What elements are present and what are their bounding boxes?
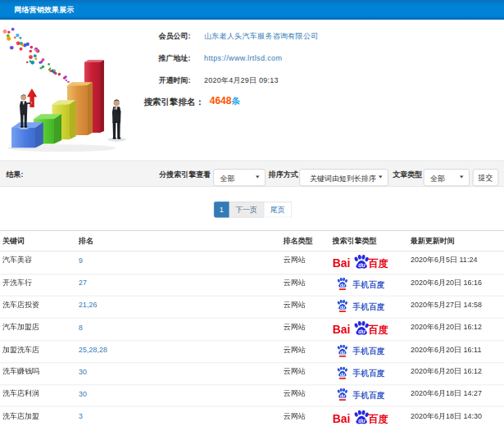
svg-text:手机百度: 手机百度 (352, 391, 385, 400)
svg-text:Bai: Bai (333, 256, 351, 270)
svg-text:手机百度: 手机百度 (352, 280, 385, 289)
svg-text:du: du (358, 418, 366, 424)
svg-text:手机百度: 手机百度 (352, 347, 385, 356)
svg-text:du: du (340, 283, 345, 288)
svg-text:du: du (340, 350, 345, 355)
svg-text:du: du (340, 371, 345, 376)
svg-text:手机百度: 手机百度 (352, 301, 385, 310)
svg-text:du: du (340, 305, 345, 310)
svg-text:Bai: Bai (333, 412, 351, 425)
svg-text:手机百度: 手机百度 (352, 369, 385, 378)
svg-text:百度: 百度 (367, 325, 388, 337)
svg-text:百度: 百度 (367, 258, 388, 270)
svg-text:du: du (358, 262, 366, 269)
svg-text:百度: 百度 (367, 414, 388, 425)
svg-text:Bai: Bai (333, 324, 351, 337)
svg-text:du: du (340, 393, 345, 398)
svg-text:du: du (358, 329, 366, 335)
